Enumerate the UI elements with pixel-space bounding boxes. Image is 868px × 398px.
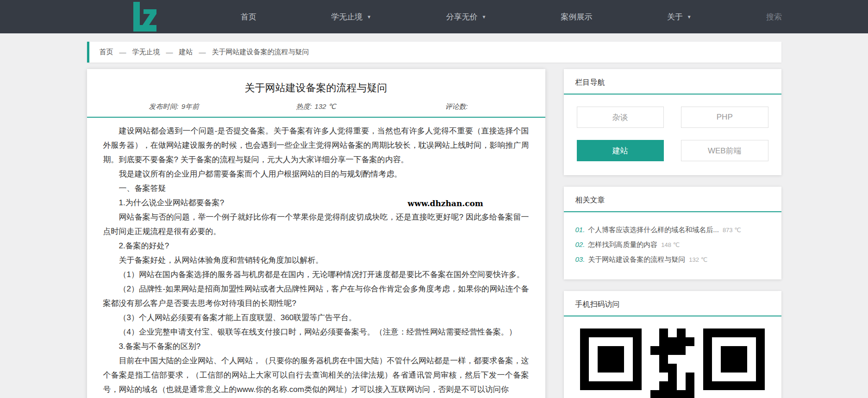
widget-title: 手机扫码访问 [564,291,781,316]
article-paragraph: 关于备案好处，从网站体验角度和营销转化角度加以解析。 [103,253,529,267]
article-paragraph: 一、备案答疑 [103,181,529,196]
related-article-link[interactable]: 03.关于网站建设备案的流程与疑问132 ℃ [575,255,770,264]
nav-item-label: 分享无价 [446,12,477,22]
comment-count: 评论数: [387,102,529,111]
sidebar: 栏目导航 杂谈PHP建站WEB前端 相关文章 01.个人博客应该选择什么样的域名… [564,69,781,398]
nav-item[interactable]: 案例展示 [561,12,593,22]
category-button[interactable]: 杂谈 [577,107,664,128]
related-list: 01.个人博客应该选择什么样的域名和域名后...873 ℃02.怎样找到高质量的… [564,212,781,279]
article-body: www.dhzhan.com 建设网站都会遇到一个问题-是否提交备案。关于备案有… [103,118,529,397]
nav-item-label: 案例展示 [561,12,593,22]
category-button[interactable]: 建站 [577,140,664,161]
nav-item[interactable]: 关于▼ [667,12,692,22]
nav-item[interactable]: 搜索 [766,12,782,22]
article-paragraph: （4）企业完整申请支付宝、银联等在线支付接口时，网站必须要备案号。（注意：经营性… [103,325,529,339]
chevron-down-icon: ▼ [687,14,692,19]
nav-menu: 首页学无止境▼分享无价▼案例展示关于▼搜索 [241,0,782,33]
article-paragraph: 我是建议所有的企业用户都需要备案而个人用户根据网站的目的与规划酌情考虑。 [103,167,529,181]
article-paragraph: 2.备案的好处? [103,239,529,253]
qr-code [580,329,765,398]
article-paragraph: （1）网站在国内备案选择的服务器与机房都是在国内，无论哪种情况打开速度都是要比不… [103,267,529,282]
related-article-title: 关于网站建设备案的流程与疑问 [588,255,685,264]
widget-title: 栏目导航 [564,69,781,95]
site-logo[interactable] [133,2,157,32]
top-navbar: 首页学无止境▼分享无价▼案例展示关于▼搜索 [0,0,868,33]
watermark-text: www.dhzhan.com [408,196,483,211]
article-header: 关于网站建设备案的流程与疑问 发布时间:9年前 热度:132 ℃ 评论数: [87,81,545,118]
nav-item-label: 关于 [667,12,683,22]
article-paragraph: （3）个人网站必须要有备案才能上百度联盟、360联盟等广告平台。 [103,310,529,325]
article-paragraph: 3.备案与不备案的区别? [103,339,529,354]
related-article-link[interactable]: 01.个人博客应该选择什么样的域名和域名后...873 ℃ [575,226,770,234]
category-nav-widget: 栏目导航 杂谈PHP建站WEB前端 [564,69,781,175]
related-article-title: 个人博客应该选择什么样的域名和域名后... [588,226,719,234]
breadcrumb-separator: — [166,48,173,56]
category-button[interactable]: PHP [681,107,768,128]
related-article-heat: 132 ℃ [689,256,707,263]
nav-item[interactable]: 学无止境▼ [331,12,371,22]
related-articles-widget: 相关文章 01.个人博客应该选择什么样的域名和域名后...873 ℃02.怎样找… [564,187,781,279]
breadcrumb: 首页—学无止境—建站—关于网站建设备案的流程与疑问 [87,42,781,63]
breadcrumb-separator: — [199,48,206,56]
article-paragraph: （2）品牌性-如果网站是招商加盟性网站或者大品牌性网站，客户在与你合作肯定会多角… [103,282,529,310]
article-paragraph: 网站备案与否的问题，举一个例子就好比你有一个苹果你是觉得削皮切成块吃，还是直接吃… [103,210,529,239]
nav-item-label: 学无止境 [331,12,362,22]
breadcrumb-link[interactable]: 首页 [100,48,113,57]
related-article-number: 01. [575,226,585,234]
related-article-link[interactable]: 02.怎样找到高质量的内容148 ℃ [575,240,770,249]
qr-wrap [564,316,781,398]
related-article-title: 怎样找到高质量的内容 [588,240,657,249]
lz-logo-icon [133,2,157,32]
article-meta: 发布时间:9年前 热度:132 ℃ 评论数: [103,102,529,117]
article-paragraph: 目前在中国大陆的企业网站、个人网站，（只要你的服务器机房在中国大陆）不管什么网站… [103,354,529,397]
breadcrumb-current: 关于网站建设备案的流程与疑问 [212,48,309,57]
article-panel: 关于网站建设备案的流程与疑问 发布时间:9年前 热度:132 ℃ 评论数: ww… [87,69,545,398]
related-article-heat: 148 ℃ [661,241,680,248]
nav-item-label: 搜索 [766,12,782,22]
widget-title: 相关文章 [564,187,781,212]
breadcrumb-separator: — [119,48,126,56]
chevron-down-icon: ▼ [367,14,371,19]
nav-item[interactable]: 分享无价▼ [446,12,486,22]
nav-item-label: 首页 [241,12,256,22]
category-grid: 杂谈PHP建站WEB前端 [564,95,781,175]
page-title: 关于网站建设备案的流程与疑问 [103,81,529,95]
category-button[interactable]: WEB前端 [681,140,768,161]
publish-time: 发布时间:9年前 [103,102,245,111]
qr-widget: 手机扫码访问 [564,291,781,398]
chevron-down-icon: ▼ [481,14,486,19]
related-article-number: 03. [575,255,585,263]
heat-count: 热度:132 ℃ [245,102,387,111]
article-paragraph: 建设网站都会遇到一个问题-是否提交备案。关于备案有许多人觉得重要，当然也有许多人… [103,124,529,167]
nav-item[interactable]: 首页 [241,12,256,22]
related-article-number: 02. [575,240,585,248]
breadcrumb-link[interactable]: 学无止境 [132,48,160,57]
breadcrumb-link[interactable]: 建站 [179,48,193,57]
related-article-heat: 873 ℃ [723,227,741,234]
